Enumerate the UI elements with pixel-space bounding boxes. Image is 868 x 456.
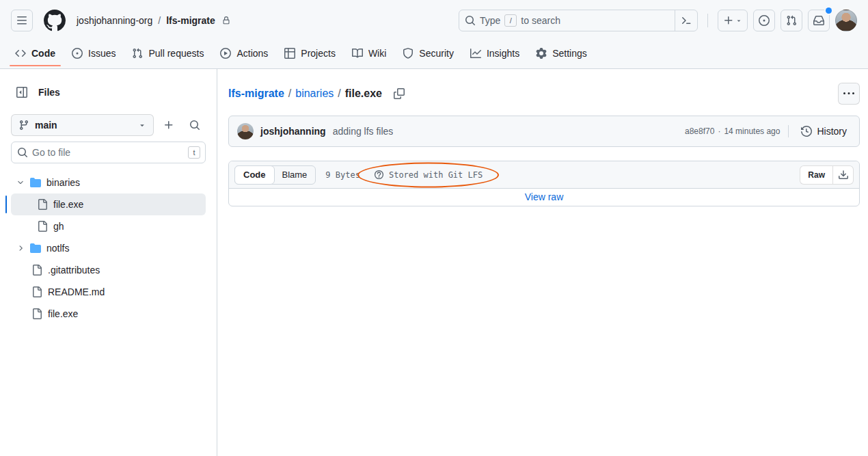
inbox-wrap (808, 10, 830, 31)
header-divider (707, 14, 708, 27)
tab-wiki[interactable]: Wiki (347, 38, 392, 68)
tab-security-label: Security (419, 48, 454, 59)
repo-link[interactable]: lfs-migrate (166, 15, 215, 26)
tab-issues-label: Issues (88, 48, 116, 59)
private-lock-icon (222, 16, 230, 25)
breadcrumb-file-name: file.exe (345, 88, 382, 100)
copy-icon (394, 88, 405, 99)
file-icon (37, 221, 48, 232)
tab-issues[interactable]: Issues (66, 38, 121, 68)
download-button[interactable] (833, 165, 854, 185)
tree-item-binaries[interactable]: binaries (11, 172, 206, 193)
global-actions: Type / to search (459, 10, 857, 31)
breadcrumb-dir-link[interactable]: binaries (295, 88, 334, 100)
commit-author-avatar[interactable] (237, 123, 254, 139)
commit-meta-group: a8e8f70 · 14 minutes ago History (685, 123, 851, 139)
chevron-down-icon (735, 17, 742, 24)
git-pull-request-icon (786, 15, 797, 26)
tree-item-file-exe[interactable]: file.exe (11, 193, 206, 215)
terminal-icon (681, 15, 692, 26)
file-icon (31, 286, 42, 297)
code-view-button[interactable]: Code (234, 165, 275, 185)
slash-key-hint: / (504, 14, 517, 27)
search-input[interactable]: Type / to search (459, 10, 698, 31)
file-options-button[interactable] (838, 83, 860, 105)
chevron-down-icon[interactable] (15, 178, 26, 187)
book-icon (352, 48, 363, 59)
play-icon (220, 48, 231, 59)
download-icon (838, 170, 849, 180)
file-view-box: Code Blame 9 Bytes Stored with Git LFS R… (228, 161, 860, 206)
file-breadcrumb: lfs-migrate / binaries / file.exe (228, 85, 408, 103)
command-palette-button[interactable] (675, 10, 697, 31)
tab-actions[interactable]: Actions (215, 38, 273, 68)
history-button[interactable]: History (797, 123, 851, 139)
three-bars-icon (16, 15, 27, 26)
file-actions: Raw (800, 165, 854, 185)
branch-controls: main (11, 114, 206, 136)
file-breadcrumb-row: lfs-migrate / binaries / file.exe (228, 83, 860, 105)
tab-code[interactable]: Code (10, 38, 61, 68)
commit-sha[interactable]: a8e8f70 (685, 126, 714, 136)
git-branch-icon (18, 120, 29, 131)
plus-icon (163, 120, 174, 131)
branch-selector[interactable]: main (11, 114, 154, 136)
issue-opened-icon (759, 15, 770, 26)
collapse-sidebar-button[interactable] (11, 81, 33, 103)
tab-projects[interactable]: Projects (279, 38, 341, 68)
search-icon (465, 15, 476, 26)
raw-button[interactable]: Raw (800, 165, 833, 185)
view-raw-link[interactable]: View raw (525, 191, 564, 202)
plus-icon (723, 15, 734, 26)
global-bar: joshjohanning-org / lfs-migrate Type / t… (0, 0, 868, 38)
commit-meta: a8e8f70 · 14 minutes ago (685, 126, 780, 136)
new-file-button[interactable] (158, 114, 180, 136)
commit-meta-separator: · (718, 126, 720, 136)
goto-file-key-hint: t (188, 146, 200, 159)
shield-icon (403, 48, 413, 59)
tree-item-file-exe-root[interactable]: file.exe (11, 303, 206, 325)
tab-insights-label: Insights (487, 48, 519, 59)
code-blame-segmented-control: Code Blame (234, 165, 316, 185)
commit-author[interactable]: joshjohanning (260, 126, 326, 137)
graph-icon (470, 48, 481, 59)
tree-item-gh[interactable]: gh (11, 215, 206, 237)
tree-item-label: notlfs (46, 243, 69, 254)
github-logo[interactable] (44, 10, 66, 31)
latest-commit-bar: joshjohanning adding lfs files a8e8f70 ·… (228, 116, 860, 147)
tab-insights[interactable]: Insights (465, 38, 525, 68)
tree-item-notlfs[interactable]: notlfs (11, 237, 206, 259)
commit-message[interactable]: adding lfs files (333, 126, 394, 137)
search-placeholder-prefix: Type (480, 15, 500, 26)
create-new-button[interactable] (718, 10, 748, 31)
file-icon (31, 265, 42, 276)
user-avatar[interactable] (835, 10, 857, 31)
file-size-label: 9 Bytes (325, 170, 360, 180)
org-link[interactable]: joshjohanning-org (77, 15, 152, 26)
blame-view-button[interactable]: Blame (274, 166, 316, 184)
copy-path-button[interactable] (390, 85, 408, 103)
tree-item-label: file.exe (53, 199, 83, 210)
file-icon (37, 199, 48, 210)
goto-file-input[interactable] (11, 142, 206, 163)
tree-item-gitattributes[interactable]: .gitattributes (11, 259, 206, 281)
tab-security[interactable]: Security (397, 38, 459, 68)
pull-requests-global-button[interactable] (781, 10, 802, 31)
tree-item-label: README.md (48, 286, 105, 297)
code-icon (15, 48, 26, 59)
search-placeholder: Type / to search (459, 14, 560, 27)
tree-item-label: .gitattributes (48, 265, 100, 276)
tree-item-readme[interactable]: README.md (11, 281, 206, 303)
search-this-repo-button[interactable] (184, 114, 206, 136)
search-icon (189, 120, 200, 131)
hamburger-menu-button[interactable] (11, 10, 33, 31)
issues-global-button[interactable] (753, 10, 775, 31)
files-panel-header: Files (11, 81, 206, 103)
page-body: Files main t (0, 69, 868, 456)
search-icon (17, 147, 28, 158)
tab-pull-requests[interactable]: Pull requests (126, 38, 209, 68)
breadcrumb-repo-link[interactable]: lfs-migrate (228, 88, 284, 100)
chevron-right-icon[interactable] (15, 244, 26, 252)
tab-projects-label: Projects (301, 48, 336, 59)
tab-settings[interactable]: Settings (530, 38, 593, 68)
